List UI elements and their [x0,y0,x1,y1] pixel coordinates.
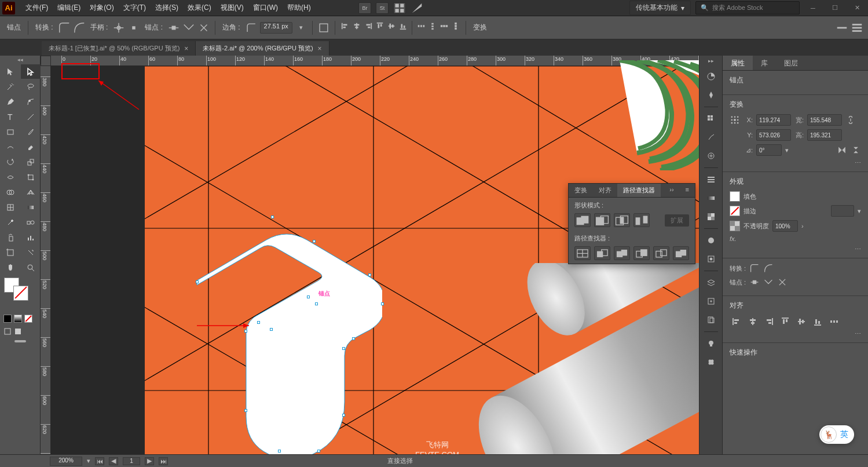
pp-align-right-btn[interactable] [762,315,776,328]
menu-item[interactable]: 编辑(E) [53,0,85,16]
align-left-btn[interactable] [340,21,350,31]
menu-item[interactable]: 视图(V) [216,0,248,16]
flip-h-icon[interactable] [837,145,847,155]
anchor-point[interactable] [381,302,384,305]
convert-corner-icon[interactable] [749,263,760,273]
align-right-btn[interactable] [363,21,373,31]
paintbrush-tool[interactable] [21,125,41,139]
line-tool[interactable] [21,110,41,124]
menu-item[interactable]: 窗口(W) [248,0,283,16]
brushes-icon[interactable] [704,130,718,144]
symbol-sprayer-tool[interactable] [1,230,20,245]
align-hcenter-btn[interactable] [351,21,362,31]
arrange-icon[interactable] [393,2,406,14]
minus-front-btn[interactable] [594,213,610,227]
dist-h-btn[interactable] [416,21,426,31]
lasso-tool[interactable] [21,79,41,94]
anchor-point[interactable] [352,337,355,340]
expand-btn[interactable]: 扩展 [665,214,689,227]
toolbox-collapse[interactable]: ◂◂ [0,56,40,64]
ruler-vertical[interactable]: 3804004204404604805005205405605806006206… [41,66,51,454]
minimize-btn[interactable]: ─ [804,3,822,13]
maximize-btn[interactable]: ☐ [826,3,844,13]
handle-hide-btn[interactable] [127,21,140,34]
bridge-badge[interactable]: Br [358,2,371,14]
pen-tool[interactable] [1,94,20,109]
anchor-point[interactable] [196,280,199,283]
align-more[interactable]: ⋯ [855,330,861,337]
transparency-icon[interactable] [704,210,718,224]
pf-tab-transform[interactable]: 变换 [569,184,593,197]
h-input[interactable]: 195.321 [807,129,842,141]
anchor-point[interactable] [342,347,345,350]
eraser-tool[interactable] [21,140,41,154]
stroke-panel-icon[interactable] [704,173,718,187]
zoom-input[interactable]: 200% [50,457,82,466]
stock-badge[interactable]: St [376,2,389,14]
graphic-styles-icon[interactable] [704,252,718,266]
anchor-connect-btn[interactable] [182,21,195,34]
white-u-shape[interactable] [191,211,382,454]
remove-anchor-icon[interactable] [749,277,760,287]
scale-tool[interactable] [21,155,41,169]
cut-anchor-icon[interactable] [777,277,788,287]
convert-corner-btn[interactable] [58,21,71,34]
direct-selection-tool[interactable] [21,64,41,79]
artboards-panel-icon[interactable] [704,313,718,327]
dock-expand[interactable]: ▸▸ [708,58,714,65]
menu-item[interactable]: 对象(O) [85,0,118,16]
screen-mode-normal[interactable] [3,327,12,335]
artboard-tool[interactable] [1,245,20,260]
layers-panel-icon[interactable] [704,276,718,290]
canvas[interactable]: 0204060801001201401601802002202402602803… [41,56,699,454]
corner-radius-input[interactable]: 27.51 px [260,22,292,34]
dist-vspace-btn[interactable] [451,21,461,31]
corner-menu-btn[interactable]: ▾ [295,21,307,34]
close-icon[interactable]: × [184,45,188,53]
workspace-selector[interactable]: 传统基本功能▾ [629,1,691,15]
magic-wand-tool[interactable] [1,79,20,94]
menu-item[interactable]: 文字(T) [119,0,151,16]
handle-show-btn[interactable] [112,21,125,34]
blend-tool[interactable] [21,215,41,229]
intersect-btn[interactable] [614,213,630,227]
curvature-tool[interactable] [21,94,41,109]
gradient-panel-icon[interactable] [704,191,718,205]
crop-btn[interactable] [633,246,650,260]
align-bottom-btn[interactable] [398,21,408,31]
swatches-icon[interactable] [704,112,718,126]
rectangle-tool[interactable] [1,125,20,139]
toolbox-edit-btn[interactable] [14,340,26,342]
fx-label[interactable]: fx. [730,235,737,242]
props-tab[interactable]: 属性 [723,56,753,70]
layers-tab[interactable]: 图层 [776,56,806,70]
corner-type-btn[interactable] [245,21,258,34]
pf-menu-btn[interactable]: ≡ [680,184,695,197]
convert-smooth-icon[interactable] [763,263,774,273]
ctrlbar-menu-btn[interactable] [851,21,863,34]
outline-btn[interactable] [653,246,669,260]
stock-search[interactable]: 🔍搜索 Adobe Stock [695,1,800,14]
type-tool[interactable]: T [1,110,20,124]
libraries-icon[interactable] [704,337,718,351]
gradient-mode-btn[interactable] [14,315,22,323]
column-graph-tool[interactable] [21,230,41,245]
pf-collapse-btn[interactable]: ›› [664,184,679,197]
document-tab[interactable]: 未标题-2.ai* @ 200% (RGB/GPU 预览)× [196,41,329,56]
dist-v-btn[interactable] [427,21,438,31]
close-btn[interactable]: ✕ [848,3,866,13]
align-top-btn[interactable] [375,21,385,31]
pathfinder-panel[interactable]: 变换 对齐 路径查找器 ›› ≡ 形状模式 : 扩展 路径查找器 : [568,183,695,264]
mesh-tool[interactable] [1,200,20,214]
anchor-point[interactable] [270,328,273,331]
pp-align-top-btn[interactable] [778,315,792,328]
anchor-cut-btn[interactable] [197,21,210,34]
pf-tab-align[interactable]: 对齐 [593,184,617,197]
y-input[interactable]: 573.026 [756,129,791,141]
anchor-point-selected[interactable] [307,295,310,298]
convert-smooth-btn[interactable] [73,21,86,34]
stroke-width-input[interactable] [831,205,854,217]
symbols-icon[interactable] [704,149,718,163]
anchor-point[interactable] [257,321,260,324]
last-artboard-btn[interactable]: ⏭ [159,457,168,465]
